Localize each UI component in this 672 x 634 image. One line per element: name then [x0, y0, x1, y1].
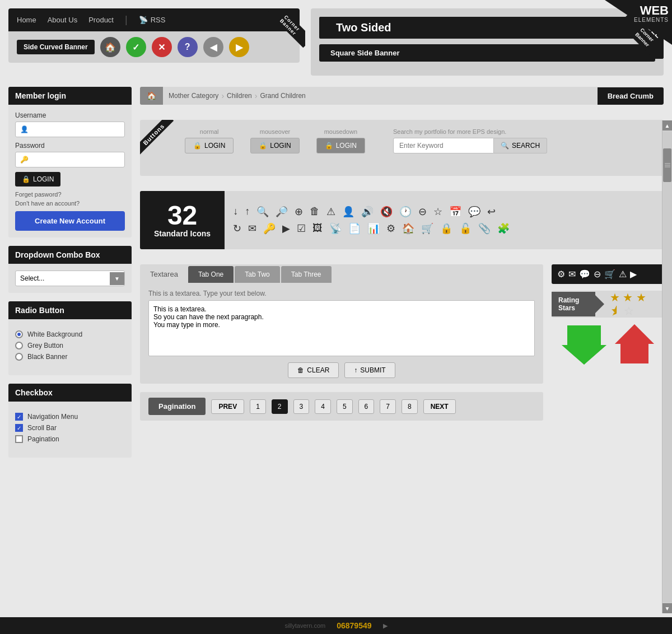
textarea-actions: 🗑 CLEAR ↑ SUBMIT [148, 362, 535, 378]
page-4[interactable]: 4 [315, 399, 331, 414]
toolbar-minus-icon[interactable]: ⊖ [594, 269, 601, 279]
tab-one[interactable]: Tab One [188, 266, 234, 283]
submit-button[interactable]: ↑ SUBMIT [344, 362, 395, 378]
scroll-track[interactable] [662, 132, 672, 602]
pagination-prev[interactable]: PREV [211, 399, 244, 414]
tab-two[interactable]: Tab Two [235, 266, 279, 283]
icon-refresh: ↻ [233, 222, 241, 235]
icon-email: ✉ [248, 222, 256, 235]
star-half[interactable]: ⯨ [610, 305, 621, 317]
tabs-main-col: Textarea Tab One Tab Two Tab Three This … [140, 264, 543, 421]
green-arrow-svg [562, 325, 606, 365]
pagination-next[interactable]: NEXT [423, 399, 456, 414]
radio-header: Radio Button [8, 301, 132, 319]
breadcrumb-sep-1: › [255, 91, 258, 100]
nav-area: Home About Us Product | 📡 RSS CornerBann… [8, 8, 300, 76]
checkbox-item-nav[interactable]: ✓ Navigation Menu [15, 413, 125, 421]
checkbox-item-pagination[interactable]: Pagination [15, 435, 125, 443]
star-empty-1[interactable]: ☆ [624, 305, 634, 317]
clear-button[interactable]: 🗑 CLEAR [288, 362, 339, 378]
checkbox-header: Checkbox [8, 384, 132, 402]
username-input[interactable] [31, 125, 120, 133]
star-3[interactable]: ★ [636, 291, 646, 304]
rating-section: Rating Stars ★ ★ ★ ⯨ ☆ [552, 291, 664, 318]
radio-item-white[interactable]: White Background [15, 330, 125, 338]
corner-banner-nav: CornerBanner [260, 8, 305, 53]
select-wrapper[interactable]: Select... ▼ [15, 271, 125, 286]
login-btn-mousedown[interactable]: 🔒 LOGIN [316, 138, 365, 153]
search-icon: 🔍 [501, 142, 509, 150]
star-2[interactable]: ★ [623, 291, 633, 304]
icon-clock: 🕐 [399, 206, 412, 218]
password-input-wrapper[interactable]: 🔑 [15, 152, 125, 167]
username-input-wrapper[interactable]: 👤 [15, 122, 125, 137]
btn-normal-group: normal 🔒 LOGIN [185, 128, 234, 153]
toolbar-warning-icon[interactable]: ⚠ [619, 269, 627, 279]
dropdown-select[interactable]: Select... [16, 271, 110, 286]
icon-paperclip: 📎 [478, 222, 491, 235]
page-7[interactable]: 7 [380, 399, 396, 414]
right-icon-btn[interactable]: ▶ [229, 37, 249, 57]
radio-item-grey[interactable]: Grey Button [15, 342, 125, 349]
scroll-thumb[interactable] [663, 148, 671, 182]
close-icon-btn[interactable]: ✕ [152, 37, 172, 57]
password-input[interactable] [31, 156, 120, 164]
lock-icon-mousedown: 🔒 [325, 142, 333, 150]
lock-icon-mouseover: 🔒 [259, 142, 267, 150]
tabs-body: This is a textarea. Type your text below… [140, 284, 543, 384]
page-6[interactable]: 6 [358, 399, 375, 414]
icon-trash: 🗑 [310, 206, 320, 218]
svg-marker-1 [562, 325, 606, 365]
side-curved-banner: Side Curved Banner [17, 40, 95, 54]
left-icon-btn[interactable]: ◀ [203, 37, 223, 57]
question-icon-btn[interactable]: ? [178, 37, 198, 57]
checkbox-item-scroll[interactable]: ✓ Scroll Bar [15, 424, 125, 432]
page-3[interactable]: 3 [293, 399, 310, 414]
login-btn-mouseover[interactable]: 🔒 LOGIN [250, 138, 299, 153]
forget-password-link[interactable]: Forget pasword? [15, 191, 125, 198]
toolbar-speech-icon[interactable]: 💬 [579, 269, 590, 279]
checkbox-group: ✓ Navigation Menu ✓ Scroll Bar Paginatio… [15, 408, 125, 451]
textarea-field[interactable]: This is a textarea. So you can have the … [148, 300, 535, 356]
page-1[interactable]: 1 [250, 399, 266, 414]
search-input[interactable] [393, 138, 494, 153]
rating-label: Rating Stars [552, 292, 595, 316]
page-8[interactable]: 8 [402, 399, 418, 414]
home-icon-btn[interactable]: 🏠 [100, 37, 120, 57]
toolbar-email-icon[interactable]: ✉ [568, 269, 576, 279]
lock-icon-normal: 🔒 [193, 142, 202, 150]
toolbar-cart-icon[interactable]: 🛒 [604, 269, 615, 279]
checkbox-body: ✓ Navigation Menu ✓ Scroll Bar Paginatio… [8, 402, 132, 458]
icon-search: ⊕ [295, 206, 303, 218]
toolbar-play-icon[interactable]: ▶ [630, 269, 637, 279]
breadcrumb-home-icon[interactable]: 🏠 [140, 87, 163, 105]
nav-about[interactable]: About Us [48, 16, 77, 24]
watermark-text: sillytavern.com [284, 622, 325, 629]
tabs-header: Textarea Tab One Tab Two Tab Three [140, 264, 543, 284]
nav-home[interactable]: Home [17, 16, 36, 24]
search-button[interactable]: 🔍 SEARCH [494, 138, 547, 153]
nav-rss[interactable]: 📡 RSS [139, 16, 166, 24]
watermark-number: 06879549 [337, 621, 371, 630]
icon-upload: ↑ [245, 206, 250, 218]
radio-item-black[interactable]: Black Banner [15, 353, 125, 361]
tab-three[interactable]: Tab Three [281, 266, 332, 283]
login-btn-normal[interactable]: 🔒 LOGIN [185, 138, 234, 153]
page-5[interactable]: 5 [337, 399, 353, 414]
icon-zoom-in: 🔍 [256, 206, 269, 218]
check-icon-btn[interactable]: ✓ [126, 37, 146, 57]
member-login-header: Member login [8, 87, 132, 105]
scroll-up-button[interactable]: ▲ [662, 120, 673, 130]
page-2[interactable]: 2 [272, 399, 288, 414]
toolbar-gear-icon[interactable]: ⚙ [557, 269, 565, 279]
rating-arrow [595, 295, 604, 313]
login-button[interactable]: 🔒 LOGIN [15, 172, 60, 187]
buttons-row: normal 🔒 LOGIN mouseover 🔒 LOGIN mousedo… [185, 128, 655, 153]
checkbox-label-pagination: Pagination [27, 435, 59, 443]
icon-minus-circle: ⊖ [418, 206, 427, 218]
create-account-button[interactable]: Create New Account [15, 211, 125, 231]
scroll-down-button[interactable]: ▼ [662, 603, 673, 613]
star-1[interactable]: ★ [610, 291, 620, 304]
breadcrumb-item-0: Mother Category [169, 92, 218, 100]
nav-product[interactable]: Product [88, 16, 114, 24]
